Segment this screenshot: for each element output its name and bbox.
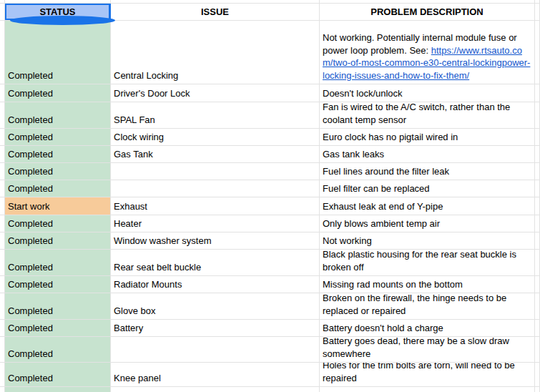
selection-fill-handle[interactable]	[10, 16, 115, 25]
cell-status[interactable]: Completed	[5, 21, 111, 84]
cell-description[interactable]: Missing rad mounts on the bottom	[320, 276, 535, 293]
cell-sliver	[535, 84, 540, 102]
cell-sliver	[0, 102, 5, 129]
cell-sliver	[535, 102, 540, 129]
cell-sliver	[0, 337, 5, 363]
cell-status[interactable]: Completed	[5, 84, 111, 102]
cell-description[interactable]: Battery goes dead, there may be a slow d…	[320, 337, 535, 363]
cell-issue[interactable]: Window washer system	[111, 232, 320, 250]
cell-description[interactable]: Black plastic housing for the rear seat …	[320, 250, 535, 276]
data-rows: Completed Central Locking Not working. P…	[0, 21, 540, 387]
cell-issue[interactable]: Knee panel	[111, 363, 320, 387]
cell-issue[interactable]: Central Locking	[111, 21, 320, 84]
cell-sliver	[0, 320, 5, 337]
table-row: Completed Heater Only blows ambient temp…	[0, 215, 540, 232]
cell-description[interactable]: Euro clock has no pigtail wired in	[320, 129, 535, 146]
cell-sliver	[0, 4, 5, 21]
cell-sliver	[0, 163, 5, 180]
cell-description[interactable]: Fan is wired to the A/C switch, rather t…	[320, 102, 535, 129]
cell-status[interactable]: Completed	[5, 250, 111, 276]
column-header-issue[interactable]: ISSUE	[111, 4, 320, 21]
cell-sliver	[0, 387, 5, 392]
cell-status[interactable]: Completed	[5, 293, 111, 320]
cell-issue[interactable]: Clock wiring	[111, 129, 320, 146]
cell-description[interactable]: Fuel lines around the filter leak	[320, 163, 535, 180]
cell-sliver	[535, 320, 540, 337]
cell-sliver	[535, 337, 540, 363]
column-header-problem-description-label: PROBLEM DESCRIPTION	[322, 6, 532, 18]
spreadsheet-grid: STATUS ISSUE PROBLEM DESCRIPTION Complet…	[0, 0, 540, 392]
cell-issue[interactable]: Rear seat belt buckle	[111, 250, 320, 276]
cell-description[interactable]: Exhaust leak at end of Y-pipe	[320, 197, 535, 215]
cell-issue[interactable]	[111, 387, 320, 392]
table-row: Completed Knee panel Holes for the trim …	[0, 363, 540, 387]
header-row: STATUS ISSUE PROBLEM DESCRIPTION	[0, 4, 540, 21]
cell-status[interactable]: Completed	[5, 215, 111, 232]
cell-issue[interactable]	[111, 180, 320, 197]
cell-description[interactable]: Only blows ambient temp air	[320, 215, 535, 232]
cell-issue[interactable]: Glove box	[111, 293, 320, 320]
cell-issue[interactable]: Battery	[111, 320, 320, 337]
cell-issue[interactable]: Exhaust	[111, 197, 320, 215]
cell-description[interactable]: Holes for the trim bolts are torn, will …	[320, 363, 535, 387]
cell-sliver	[535, 4, 540, 21]
cell-sliver	[535, 363, 540, 387]
table-row: Completed Central Locking Not working. P…	[0, 21, 540, 84]
cell-sliver	[535, 197, 540, 215]
cell-sliver	[535, 163, 540, 180]
table-row: Completed Fuel lines around the filter l…	[0, 163, 540, 180]
cell-issue[interactable]: Heater	[111, 215, 320, 232]
cell-sliver	[535, 293, 540, 320]
cell-status[interactable]: Completed	[5, 232, 111, 250]
cell-sliver	[535, 387, 540, 392]
cell-issue[interactable]	[111, 337, 320, 363]
cell-status[interactable]: Completed	[5, 129, 111, 146]
cell-description[interactable]: Not working. Potentially internal module…	[320, 21, 535, 84]
cell-description[interactable]: Gas tank leaks	[320, 146, 535, 163]
cell-status[interactable]: Start work	[5, 197, 111, 215]
table-row: Completed Fuel filter can be replaced	[0, 180, 540, 197]
cell-issue[interactable]: Gas Tank	[111, 146, 320, 163]
cell-sliver	[0, 293, 5, 320]
column-header-status[interactable]: STATUS	[5, 4, 111, 21]
cell-sliver	[535, 129, 540, 146]
column-header-issue-label: ISSUE	[113, 6, 317, 18]
cell-status[interactable]: Completed	[5, 180, 111, 197]
cell-issue[interactable]: SPAL Fan	[111, 102, 320, 129]
table-row: Completed Driver's Door Lock Doesn't loc…	[0, 84, 540, 102]
table-row: Completed SPAL Fan Fan is wired to the A…	[0, 102, 540, 129]
cell-sliver	[0, 232, 5, 250]
cell-sliver	[0, 180, 5, 197]
table-row: Completed Window washer system Not worki…	[0, 232, 540, 250]
cell-status[interactable]: Completed	[5, 363, 111, 387]
cell-description[interactable]: Battery doesn't hold a charge	[320, 320, 535, 337]
table-row: Completed Clock wiring Euro clock has no…	[0, 129, 540, 146]
table-row: Completed Glove box Broken on the firewa…	[0, 293, 540, 320]
cell-sliver	[0, 215, 5, 232]
cell-sliver	[0, 197, 5, 215]
cell-description[interactable]: Doesn't lock/unlock	[320, 84, 535, 102]
cell-status[interactable]: Completed	[5, 320, 111, 337]
cell-sliver	[535, 232, 540, 250]
cell-sliver	[0, 250, 5, 276]
column-header-problem-description[interactable]: PROBLEM DESCRIPTION	[320, 4, 535, 21]
description-link[interactable]: https://www.rtsauto.com/two-of-most-comm…	[323, 45, 530, 81]
cell-status[interactable]: Completed	[5, 163, 111, 180]
cell-status[interactable]: Completed	[5, 146, 111, 163]
cell-sliver	[535, 146, 540, 163]
cell-description[interactable]: Broken on the firewall, the hinge needs …	[320, 293, 535, 320]
cell-sliver	[0, 129, 5, 146]
cell-status[interactable]	[5, 387, 111, 392]
cell-status[interactable]: Completed	[5, 337, 111, 363]
table-row: Completed Battery Battery doesn't hold a…	[0, 320, 540, 337]
cell-issue[interactable]	[111, 163, 320, 180]
cell-description[interactable]: Fuel filter can be replaced	[320, 180, 535, 197]
cell-status[interactable]: Completed	[5, 276, 111, 293]
table-row: Completed Rear seat belt buckle Black pl…	[0, 250, 540, 276]
cell-description[interactable]	[320, 387, 535, 392]
cell-sliver	[0, 21, 5, 84]
cell-status[interactable]: Completed	[5, 102, 111, 129]
cell-issue[interactable]: Radiator Mounts	[111, 276, 320, 293]
cell-description[interactable]: Not working	[320, 232, 535, 250]
cell-issue[interactable]: Driver's Door Lock	[111, 84, 320, 102]
